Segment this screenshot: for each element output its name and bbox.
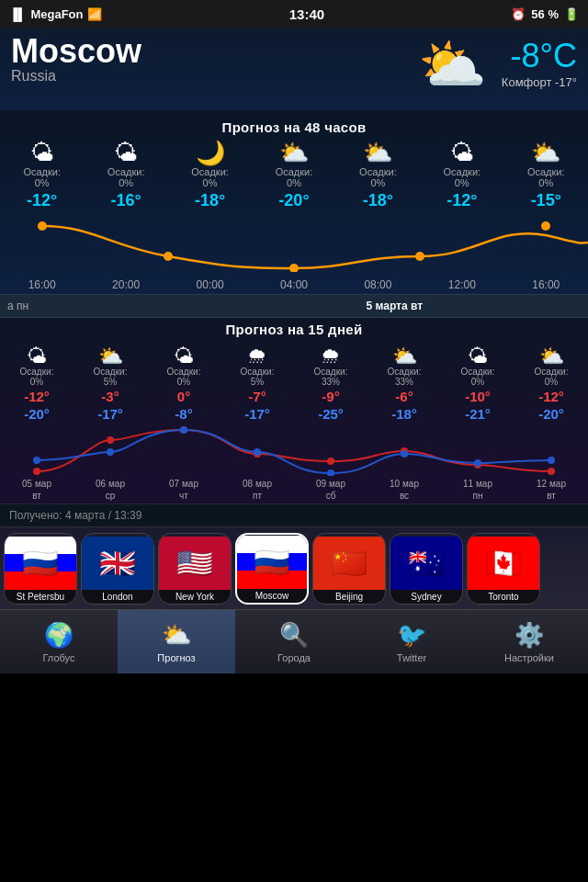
day-precip-label: Осадки: (1, 367, 73, 377)
city-dock-item[interactable]: 🇷🇺 St Petersbu (4, 533, 77, 605)
day-precip-val: 5% (74, 377, 146, 387)
day-precip-val: 33% (295, 377, 367, 387)
svg-point-1 (164, 252, 173, 261)
city-dock-item[interactable]: 🇨🇦 Toronto (467, 533, 540, 605)
hour-icon: ⛅ (338, 141, 418, 164)
nav-item-cities[interactable]: 🔍 Города (235, 610, 353, 673)
battery-icon: 🔋 (564, 7, 579, 21)
city-flag: 🇨🇦 (468, 537, 539, 590)
day-precip-label: Осадки: (74, 367, 146, 377)
day-high: -12° (1, 389, 73, 404)
day-high: -10° (442, 389, 514, 404)
svg-point-2 (289, 264, 299, 272)
settings-nav-icon: ⚙️ (514, 621, 544, 650)
status-right: ⏰ 56 % 🔋 (511, 7, 579, 21)
day-precip-val: 0% (442, 377, 514, 387)
svg-point-19 (474, 459, 481, 467)
hour-item: 🌤 Осадки: 0% -16° (84, 141, 167, 213)
country-name: Russia (11, 68, 577, 85)
hour-item: ⛅ Осадки: 0% -18° (336, 141, 420, 213)
nav-item-forecast[interactable]: ⛅ Прогноз (118, 610, 235, 673)
hour-icon: 🌤 (422, 141, 502, 164)
date-item: 09 марсб (294, 476, 368, 503)
hourly-scroll[interactable]: 🌤 Осадки: 0% -12° 🌤 Осадки: 0% -16° 🌙 Ос… (0, 141, 588, 217)
day-precip-label: Осадки: (368, 367, 440, 377)
city-dock-item[interactable]: 🇬🇧 London (81, 533, 154, 605)
temp-curve-48 (0, 217, 588, 272)
city-dock: 🇷🇺 St Petersbu 🇬🇧 London 🇺🇸 New York 🇷🇺 … (0, 526, 588, 609)
svg-point-12 (548, 468, 555, 475)
day-precip-label: Осадки: (295, 367, 367, 377)
city-flag: 🇬🇧 (82, 537, 153, 590)
hour-temp: -18° (170, 191, 250, 210)
city-dock-item[interactable]: 🇺🇸 New York (158, 533, 232, 605)
day-icon: ⛅ (515, 346, 587, 367)
city-label: New York (159, 590, 231, 604)
hour-precip-label: Осадки: (2, 166, 82, 177)
forecast-48-title: Прогноз на 48 часов (0, 116, 588, 141)
hour-icon: ⛅ (506, 141, 586, 164)
settings-nav-label: Настройки (504, 652, 554, 663)
svg-point-17 (327, 469, 334, 476)
hour-temp: -12° (2, 191, 82, 210)
update-time: Получено: 4 марта / 13:39 (0, 503, 588, 526)
day-item: 🌤 Осадки: 0% -10° -21° (441, 346, 514, 424)
time-item: 00:00 (168, 276, 252, 294)
date-item: 10 марвс (368, 476, 441, 503)
svg-point-15 (180, 426, 187, 434)
forecast-nav-icon: ⛅ (162, 621, 191, 650)
hour-precip-label: Осадки: (338, 166, 418, 177)
svg-point-16 (254, 448, 261, 456)
day-icon: 🌨 (295, 346, 367, 367)
hour-precip-val: 0% (506, 177, 586, 188)
hour-precip-label: Осадки: (506, 166, 586, 177)
svg-point-18 (401, 450, 408, 458)
city-label: Moscow (237, 589, 307, 603)
day-precip-val: 5% (221, 377, 293, 387)
signal-icon: ▐▌ (9, 7, 26, 21)
twitter-nav-icon: 🐦 (397, 621, 426, 650)
day-icon: ⛅ (74, 346, 146, 367)
nav-item-twitter[interactable]: 🐦 Twitter (353, 610, 470, 673)
battery-level: 56 % (531, 7, 559, 21)
city-dock-item[interactable]: 🇨🇳 Beijing (312, 533, 386, 605)
date-item: 07 марчт (147, 476, 220, 503)
daily-scroll[interactable]: 🌤 Осадки: 0% -12° -20° ⛅ Осадки: 5% -3° … (0, 343, 588, 425)
forecast-15-title: Прогноз на 15 дней (0, 318, 588, 343)
hour-precip-label: Осадки: (85, 166, 165, 177)
temperature-display: -8°C Комфорт -17° (502, 37, 577, 89)
day-icon: 🌤 (442, 346, 514, 367)
time-row: 16:0020:0000:0004:0008:0012:0016:00 (0, 276, 588, 294)
hour-temp: -15° (506, 191, 586, 210)
day-high: -6° (368, 389, 440, 404)
nav-item-globe[interactable]: 🌍 Глобус (0, 610, 118, 673)
hour-precip-val: 0% (422, 177, 502, 188)
day-precip-label: Осадки: (442, 367, 514, 377)
hour-precip-label: Осадки: (254, 166, 334, 177)
hour-precip-val: 0% (254, 177, 334, 188)
city-flag: 🇷🇺 (237, 536, 307, 589)
city-label: Toronto (468, 590, 539, 604)
day-high: 0° (148, 389, 220, 404)
city-dock-item[interactable]: 🇦🇺 Sydney (390, 533, 463, 605)
nav-item-settings[interactable]: ⚙️ Настройки (470, 610, 588, 673)
day-precip-val: 0% (148, 377, 220, 387)
hour-precip-val: 0% (338, 177, 418, 188)
globe-nav-icon: 🌍 (44, 621, 74, 650)
city-dock-item[interactable]: 🇷🇺 Moscow (235, 533, 309, 605)
time-item: 16:00 (504, 276, 588, 294)
svg-point-3 (415, 252, 424, 261)
day-item: 🌨 Осадки: 33% -9° -25° (294, 346, 368, 424)
alarm-icon: ⏰ (511, 7, 526, 21)
status-bar: ▐▌ MegaFon 📶 13:40 ⏰ 56 % 🔋 (0, 0, 588, 28)
city-label: London (82, 590, 153, 604)
hour-icon: 🌤 (2, 141, 82, 164)
city-label: St Petersbu (5, 590, 76, 604)
svg-point-4 (541, 221, 550, 231)
day-precip-val: 0% (515, 377, 587, 387)
day-sep-left: а пн (0, 295, 201, 317)
main-temperature: -8°C (502, 37, 577, 75)
hour-temp: -12° (422, 191, 502, 210)
hour-item: ⛅ Осадки: 0% -20° (252, 141, 335, 213)
svg-point-0 (38, 221, 47, 231)
